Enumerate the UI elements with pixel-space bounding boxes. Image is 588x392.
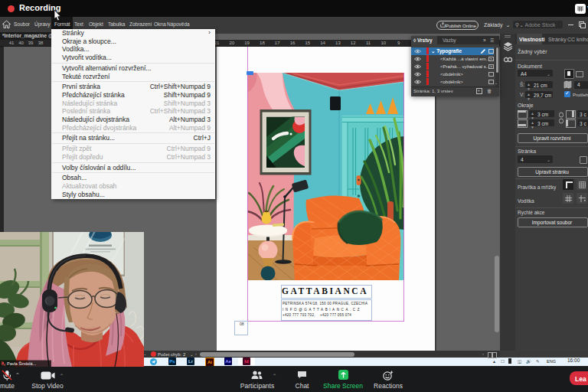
svg-text:Pavla Šindelá...: Pavla Šindelá...: [7, 361, 37, 366]
